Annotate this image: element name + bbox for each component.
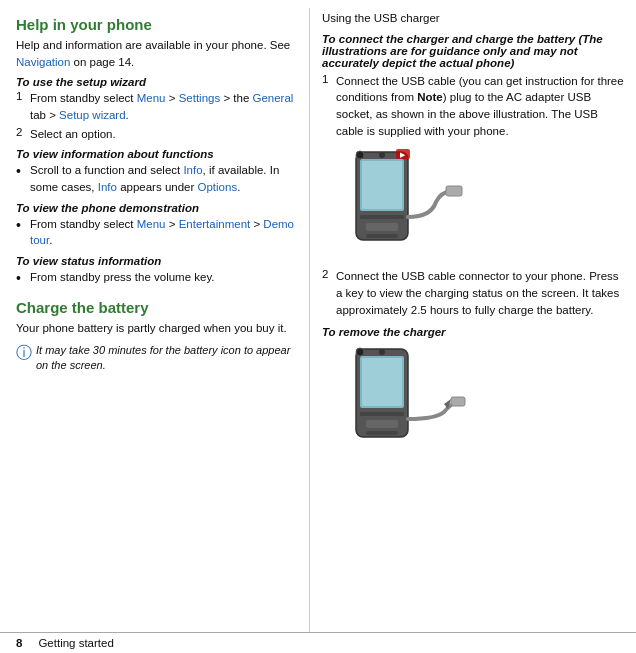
phone-charger-image-2 — [336, 344, 624, 457]
phone-svg-1: ▶ — [336, 147, 466, 257]
right-step-1: 1 Connect the USB cable (you can get ins… — [322, 73, 624, 140]
section1-body2: on page 14. — [70, 56, 134, 68]
section1-body-text: Help and information are available in yo… — [16, 39, 290, 51]
right-column: Using the USB charger To connect the cha… — [310, 8, 636, 632]
svg-point-3 — [379, 152, 385, 158]
section2-body: Your phone battery is partly charged whe… — [16, 320, 297, 337]
bullet-item-1: • Scroll to a function and select Info, … — [16, 162, 297, 195]
bullet-2-icon: • — [16, 216, 30, 234]
phone-svg-2 — [336, 344, 466, 454]
step1-text: From standby select Menu > Settings > th… — [30, 90, 297, 123]
note-box: ⓘ It may take 30 minutes for the battery… — [16, 343, 297, 374]
page-number: 8 — [16, 637, 22, 649]
italic-connect-heading: To connect the charger and charge the ba… — [322, 33, 624, 69]
svg-rect-5 — [366, 223, 398, 231]
bullet3-text: From standby press the volume key. — [30, 269, 215, 286]
right-step-num-1: 1 — [322, 73, 336, 85]
section2-title: Charge the battery — [16, 299, 297, 316]
footer-section-label: Getting started — [38, 637, 113, 649]
right-step-num-2: 2 — [322, 268, 336, 280]
svg-rect-16 — [366, 420, 398, 428]
svg-rect-2 — [362, 161, 402, 209]
svg-rect-13 — [362, 358, 402, 406]
svg-rect-15 — [360, 412, 404, 416]
heading-setup-wizard: To use the setup wizard — [16, 76, 297, 88]
bullet2-text: From standby select Menu > Entertainment… — [30, 216, 297, 249]
right-step1-text: Connect the USB cable (you can get instr… — [336, 73, 624, 140]
right-step-2: 2 Connect the USB cable connector to you… — [322, 268, 624, 318]
right-step2-text: Connect the USB cable connector to your … — [336, 268, 624, 318]
section1-title: Help in your phone — [16, 16, 297, 33]
heading-status-info: To view status information — [16, 255, 297, 267]
bullet-1-icon: • — [16, 162, 30, 180]
step2-text: Select an option. — [30, 126, 116, 143]
svg-rect-6 — [366, 234, 398, 238]
bullet-3-icon: • — [16, 269, 30, 287]
heading-view-functions: To view information about functions — [16, 148, 297, 160]
svg-rect-9 — [446, 186, 462, 196]
bullet1-text: Scroll to a function and select Info, if… — [30, 162, 297, 195]
svg-point-10 — [356, 151, 364, 159]
remove-charger-heading: To remove the charger — [322, 326, 624, 338]
page: Help in your phone Help and information … — [0, 0, 636, 653]
left-column: Help in your phone Help and information … — [0, 8, 310, 632]
step-num-1: 1 — [16, 90, 30, 102]
note-text: It may take 30 minutes for the battery i… — [36, 343, 297, 374]
svg-rect-17 — [366, 431, 398, 435]
svg-rect-4 — [360, 215, 404, 219]
heading-phone-demo: To view the phone demonstration — [16, 202, 297, 214]
section1-body: Help and information are available in yo… — [16, 37, 297, 70]
usb-heading: Using the USB charger — [322, 10, 624, 27]
note-icon: ⓘ — [16, 343, 34, 362]
list-item-1: 1 From standby select Menu > Settings > … — [16, 90, 297, 123]
page-footer: 8 Getting started — [0, 632, 636, 653]
phone-charger-image-1: ▶ — [336, 147, 624, 260]
svg-point-14 — [379, 349, 385, 355]
bullet-item-3: • From standby press the volume key. — [16, 269, 297, 287]
bullet-item-2: • From standby select Menu > Entertainme… — [16, 216, 297, 249]
svg-point-19 — [356, 348, 364, 356]
list-item-2: 2 Select an option. — [16, 126, 297, 143]
svg-rect-18 — [451, 397, 465, 406]
step-num-2: 2 — [16, 126, 30, 138]
navigation-link: Navigation — [16, 56, 70, 68]
